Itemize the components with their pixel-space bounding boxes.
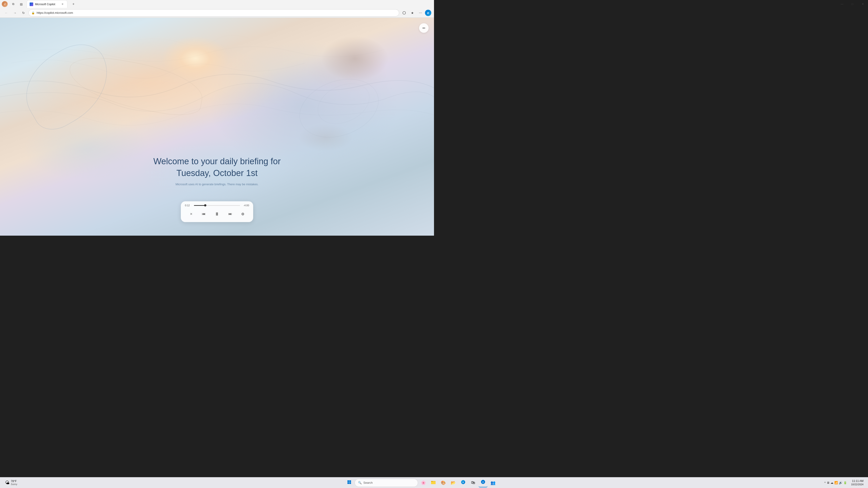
new-tab-button[interactable]: + <box>70 1 77 7</box>
edit-button[interactable]: ✏ <box>419 23 429 33</box>
vertical-tabs-button[interactable]: ▤ <box>18 0 25 8</box>
player-settings-button[interactable]: ⚙ <box>239 210 247 218</box>
browser-tab-copilot[interactable]: Microsoft Copilot ✕ <box>27 0 67 8</box>
tab-list-icons: ⧉ ▤ <box>9 0 25 8</box>
hero-title-line1: Welcome to your daily briefing for <box>153 157 281 166</box>
light-spot <box>161 36 229 81</box>
nav-bar: ← → ↻ 🔒 https://copilot.microsoft.com ★ … <box>0 8 434 18</box>
lock-icon: 🔒 <box>31 11 35 14</box>
remaining-time: -4:00 <box>242 204 249 207</box>
forward-button[interactable]: → <box>11 9 19 17</box>
back-button[interactable]: ← <box>3 9 10 17</box>
player-timeline: 0:12 -4:00 <box>185 204 249 207</box>
current-time: 0:12 <box>185 204 192 207</box>
url-text: https://copilot.microsoft.com <box>37 11 396 14</box>
player-controls: ✕ ⏮ ⏸ ⏭ ⚙ <box>185 209 249 219</box>
player-close-button[interactable]: ✕ <box>187 210 195 218</box>
browser-menu-button[interactable]: ⋯ <box>417 9 424 17</box>
hero-section: Welcome to your daily briefing for Tuesd… <box>138 156 296 186</box>
title-bar: J ⧉ ▤ Microsoft Copilot ✕ + — □ ✕ <box>0 0 434 8</box>
profile-avatar[interactable]: J <box>2 1 8 7</box>
player-prev-button[interactable]: ⏮ <box>199 210 208 218</box>
edge-icon[interactable]: e <box>425 10 431 16</box>
address-bar[interactable]: 🔒 https://copilot.microsoft.com <box>29 9 399 17</box>
tab-favicon <box>30 2 33 6</box>
progress-track[interactable] <box>194 205 240 206</box>
main-content: ✏ Welcome to your daily briefing for Tue… <box>0 18 434 236</box>
progress-fill <box>194 205 206 206</box>
tab-title: Microsoft Copilot <box>35 3 59 6</box>
edit-icon: ✏ <box>423 26 426 30</box>
collections-button[interactable]: ⧉ <box>9 0 17 8</box>
hero-title-line2: Tuesday, October 1st <box>176 168 257 178</box>
tab-close-button[interactable]: ✕ <box>60 2 64 6</box>
hero-subtitle: Microsoft uses AI to generate briefings.… <box>138 183 296 186</box>
nav-right-controls: ★ ⋯ e <box>401 9 431 17</box>
hero-title: Welcome to your daily briefing for Tuesd… <box>138 156 296 179</box>
refresh-button[interactable]: ↻ <box>20 9 27 17</box>
copilot-sidebar-button[interactable] <box>401 9 408 17</box>
browser-chrome: J ⧉ ▤ Microsoft Copilot ✕ + — □ ✕ ← → ↻ … <box>0 0 434 18</box>
player-next-button[interactable]: ⏭ <box>226 210 235 218</box>
player-play-pause-button[interactable]: ⏸ <box>212 209 222 219</box>
audio-player: 0:12 -4:00 ✕ ⏮ ⏸ ⏭ ⚙ <box>181 201 253 222</box>
favorites-button[interactable]: ★ <box>409 9 416 17</box>
